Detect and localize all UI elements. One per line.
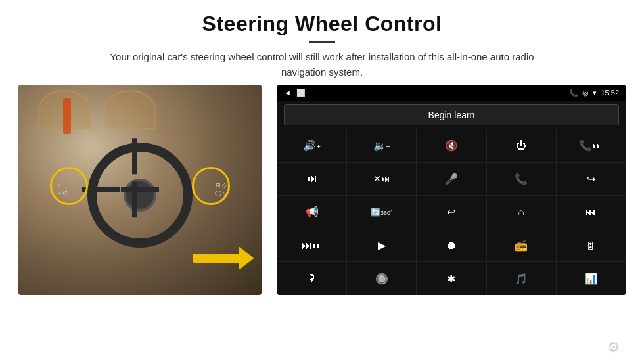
back-icon: ↩ [447, 206, 455, 218]
content-area: + ⋮ − ↺ ⊞ ◇ ◯ ◇ ◄ ⬜ □ [0, 85, 644, 360]
clock: 15:52 [601, 89, 619, 97]
right-buttons: ⊞ ◇ ◯ ◇ [215, 182, 228, 197]
ctrl-eq[interactable]: 🎛 [557, 229, 626, 262]
back-nav-icon[interactable]: ◄ [284, 89, 291, 97]
hangup-icon: ↪ [587, 173, 595, 185]
source-icon: ⏺ [446, 240, 457, 252]
ctrl-hangup[interactable]: ↪ [557, 163, 626, 196]
spectrum-icon: 📊 [584, 273, 597, 285]
ctrl-vol-down[interactable]: 🔉− [347, 129, 416, 162]
ctrl-spectrum[interactable]: 📊 [557, 262, 626, 295]
recent-nav-icon[interactable]: □ [311, 89, 315, 97]
wifi-icon: ▾ [593, 89, 597, 97]
prev-track-icon: ⏮ [586, 206, 596, 218]
settings-gear-icon[interactable]: ⚙ [607, 339, 620, 356]
horn-icon: 📢 [306, 206, 319, 218]
control-grid: 🔊+ 🔉− 🔇 ⏻ 📞⏭ ⏭ [277, 129, 626, 295]
ctrl-phone-next[interactable]: 📞⏭ [557, 129, 626, 162]
status-right: 📞 ◎ ▾ 15:52 [569, 89, 619, 97]
ctrl-navigate[interactable]: ▶ [347, 229, 416, 262]
navigate-icon: ▶ [378, 239, 386, 252]
ctrl-skip[interactable]: ✕⏭ [347, 163, 416, 196]
highlight-left [50, 167, 88, 205]
begin-learn-button[interactable]: Begin learn [284, 104, 619, 125]
location-icon: ◎ [582, 89, 589, 97]
ctrl-source[interactable]: ⏺ [417, 229, 486, 262]
ctrl-360[interactable]: 🔄360° [347, 196, 416, 229]
vol-down-icon: 🔉− [373, 139, 390, 152]
needle [63, 98, 71, 134]
ctrl-vol-up[interactable]: 🔊+ [277, 129, 346, 162]
ctrl-radio[interactable]: 📻 [487, 229, 556, 262]
ctrl-next-track[interactable]: ⏭ [277, 163, 346, 196]
steering-wheel [87, 143, 193, 248]
eq-icon: 🎛 [586, 240, 595, 251]
head-unit-screen: ◄ ⬜ □ 📞 ◎ ▾ 15:52 Begin learn [277, 85, 626, 295]
music-icon: 🎵 [515, 273, 528, 285]
wheel-hub [124, 179, 156, 212]
phone-next-icon: 📞⏭ [579, 139, 603, 152]
page: Steering Wheel Control Your original car… [0, 0, 644, 360]
ctrl-mode[interactable]: 🔘 [347, 262, 416, 295]
ctrl-prev-track[interactable]: ⏮ [557, 196, 626, 229]
home-icon: ⌂ [518, 206, 524, 218]
ctrl-music[interactable]: 🎵 [487, 262, 556, 295]
seicane-watermark: Seicane [421, 344, 474, 357]
ctrl-mute[interactable]: 🔇 [417, 129, 486, 162]
mic2-icon: 🎙 [307, 273, 317, 284]
left-buttons: + ⋮ − ↺ [57, 182, 68, 197]
ctrl-fast-fwd[interactable]: ⏭⏭ [277, 229, 346, 262]
title-divider [309, 41, 335, 43]
mute-icon: 🔇 [445, 139, 458, 152]
home-nav-icon[interactable]: ⬜ [296, 89, 306, 97]
ctrl-home[interactable]: ⌂ [487, 196, 556, 229]
mode-icon: 🔘 [375, 273, 388, 285]
next-track-icon: ⏭ [307, 173, 317, 185]
power-icon: ⏻ [516, 140, 526, 152]
360-icon: 🔄360° [371, 208, 393, 217]
yellow-arrow [193, 246, 254, 270]
phone-icon: 📞 [569, 89, 578, 97]
header-subtitle: Your original car's steering wheel contr… [92, 50, 552, 79]
mic-icon: 🎤 [445, 173, 458, 185]
ctrl-mic[interactable]: 🎤 [417, 163, 486, 196]
nav-buttons: ◄ ⬜ □ [284, 89, 315, 97]
vol-up-icon: 🔊+ [303, 139, 320, 152]
bluetooth-icon: ✱ [447, 273, 455, 285]
radio-icon: 📻 [515, 239, 528, 252]
status-bar: ◄ ⬜ □ 📞 ◎ ▾ 15:52 [277, 85, 626, 101]
call-icon: 📞 [515, 173, 528, 185]
ctrl-horn[interactable]: 📢 [277, 196, 346, 229]
gauge-right [104, 90, 156, 129]
ctrl-bluetooth[interactable]: ✱ [417, 262, 486, 295]
page-title: Steering Wheel Control [26, 12, 618, 36]
car-photo: + ⋮ − ↺ ⊞ ◇ ◯ ◇ [18, 85, 262, 295]
head-unit-wrapper: ◄ ⬜ □ 📞 ◎ ▾ 15:52 Begin learn [269, 85, 626, 360]
header-section: Steering Wheel Control Your original car… [0, 0, 644, 85]
skip-icon: ✕⏭ [373, 173, 390, 184]
ctrl-back[interactable]: ↩ [417, 196, 486, 229]
ctrl-power[interactable]: ⏻ [487, 129, 556, 162]
ctrl-call[interactable]: 📞 [487, 163, 556, 196]
fast-fwd-icon: ⏭⏭ [302, 240, 323, 252]
ctrl-mic2[interactable]: 🎙 [277, 262, 346, 295]
begin-learn-row: Begin learn [277, 101, 626, 129]
